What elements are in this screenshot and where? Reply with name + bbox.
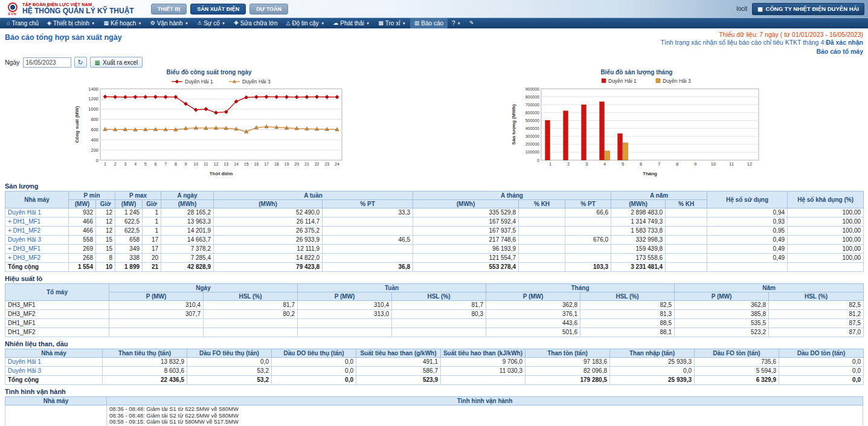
table-row: + DH1_MF246612622,5114 201,926 375,2167 … bbox=[5, 227, 864, 236]
plant-link[interactable]: Duyên Hải 3 bbox=[5, 367, 103, 376]
nav-item-pencil[interactable]: ✎ bbox=[465, 18, 478, 28]
col-header: Dầu FO tiêu thụ (tấn) bbox=[187, 349, 272, 358]
svg-text:8: 8 bbox=[676, 161, 678, 167]
nav-item-v-n-h-nh[interactable]: ⚙Vận hành▼ bbox=[146, 18, 193, 28]
plant-link[interactable]: Duyên Hải 1 bbox=[5, 208, 69, 218]
title-row: Báo cáo tổng hợp sản xuất ngày Thiếu dữ … bbox=[5, 31, 863, 56]
export-excel-button[interactable]: ▦ Xuất ra excel bbox=[90, 57, 143, 68]
nav-item--tin-c-y[interactable]: △Độ tin cậy▼ bbox=[281, 18, 329, 28]
emission-icon: ☁ bbox=[333, 21, 338, 26]
table-cell: 7 285,4 bbox=[161, 254, 214, 263]
table-cell: 268 bbox=[69, 254, 96, 263]
plant-link[interactable]: + DH3_MF2 bbox=[5, 254, 69, 263]
section-title-san-luong: Sản lượng bbox=[5, 182, 863, 190]
charts-row: Biểu đồ công suất trong ngày 02004006008… bbox=[5, 68, 863, 179]
table-cell: 553 278,4 bbox=[413, 263, 519, 272]
nav-item-trang-ch-[interactable]: ⌂Trang chủ bbox=[2, 18, 43, 28]
table-cell: 26 375,2 bbox=[214, 227, 323, 236]
table-cell: 310,4 bbox=[109, 301, 204, 310]
unit-report-link[interactable]: Báo cáo tổ máy bbox=[661, 48, 863, 56]
table-cell: 26 114,7 bbox=[214, 218, 323, 227]
nav-item-label: Sự cố bbox=[204, 20, 220, 27]
table-cell: 42 828,9 bbox=[161, 263, 214, 272]
date-input[interactable] bbox=[23, 57, 71, 68]
monthly-production-chart-title: Biểu đồ sản lượng tháng bbox=[510, 69, 764, 76]
plant-link[interactable]: Duyên Hải 3 bbox=[5, 236, 69, 245]
tab-du-toan[interactable]: DỰ TOÁN bbox=[249, 4, 288, 15]
svg-text:Duyên Hải 3: Duyên Hải 3 bbox=[242, 79, 271, 85]
plant-link[interactable]: + DH1_MF2 bbox=[5, 227, 69, 236]
table-cell: 81,3 bbox=[580, 310, 675, 319]
table-cell: 25 939,3 bbox=[610, 376, 695, 385]
nav-item-ph-t-th-i[interactable]: ☁Phát thải▼ bbox=[329, 18, 374, 28]
table-cell: 9 706,0 bbox=[441, 358, 526, 367]
svg-text:400000: 400000 bbox=[526, 126, 539, 131]
table-cell: 658 bbox=[115, 236, 143, 245]
svg-text:11: 11 bbox=[204, 162, 208, 166]
table-cell: 159 439,8 bbox=[611, 245, 666, 254]
table-cell: 100,00 bbox=[788, 218, 864, 227]
table-cell: 362,8 bbox=[675, 301, 769, 310]
table-cell bbox=[565, 218, 611, 227]
plant-link[interactable]: + DH3_MF1 bbox=[5, 245, 69, 254]
table-cell: 12 bbox=[96, 227, 115, 236]
table-cell: 87,0 bbox=[769, 328, 864, 337]
svg-text:8: 8 bbox=[175, 162, 177, 166]
nav-item-k-ho-ch[interactable]: ▦Kế hoạch▼ bbox=[100, 18, 146, 28]
svg-text:0: 0 bbox=[96, 158, 98, 163]
confirm-status-line: Tình trạng xác nhận số liệu báo cáo chỉ … bbox=[661, 39, 863, 47]
tab-san-xuat-dien[interactable]: SẢN XUẤT ĐIỆN bbox=[190, 4, 246, 15]
table-cell bbox=[666, 263, 707, 272]
reliability-icon: △ bbox=[286, 21, 290, 26]
table-cell: 310,4 bbox=[298, 301, 392, 310]
table-cell bbox=[666, 218, 707, 227]
table-cell: 0,0 bbox=[187, 358, 272, 367]
nav-item-tro-x-[interactable]: ▩Tro xỉ▼ bbox=[374, 18, 410, 28]
table-cell: 0,95 bbox=[707, 227, 788, 236]
table-cell: 1 bbox=[143, 227, 161, 236]
table-cell: 1 583 733,8 bbox=[611, 227, 666, 236]
table-cell: 12 111,9 bbox=[214, 245, 323, 254]
col-subheader: % PT bbox=[323, 200, 413, 208]
date-label: Ngày bbox=[5, 59, 20, 66]
nav-item-s-a-ch-a-l-n[interactable]: ✚Sửa chữa lớn bbox=[230, 18, 281, 28]
tab-thiet-bi[interactable]: THIẾT BỊ bbox=[151, 4, 187, 15]
col-subheader: HSL (%) bbox=[769, 292, 864, 301]
svg-text:2: 2 bbox=[567, 161, 570, 167]
nav-item-thi-t-b-ch-nh[interactable]: ◈Thiết bị chính▼ bbox=[43, 18, 99, 28]
chevron-down-icon: ▼ bbox=[457, 21, 461, 25]
nav-item--[interactable]: ?▼ bbox=[448, 18, 465, 28]
col-subheader: % KH bbox=[519, 200, 565, 208]
home-icon: ⌂ bbox=[7, 21, 10, 26]
svg-text:2: 2 bbox=[114, 162, 117, 166]
table-cell: 8 603,6 bbox=[103, 367, 187, 376]
table-cell: 66,6 bbox=[565, 208, 611, 218]
table-cell: 22 436,5 bbox=[103, 376, 187, 385]
status-block: Thiếu dữ liệu: 7 ngày ( từ 01/01/2023 - … bbox=[661, 31, 863, 56]
table-cell: 0,93 bbox=[707, 218, 788, 227]
svg-text:14: 14 bbox=[234, 162, 239, 166]
col-header: Dầu FO tồn (tấn) bbox=[695, 349, 779, 358]
refresh-button[interactable]: ↻ bbox=[74, 57, 87, 68]
plant-link[interactable]: + DH1_MF1 bbox=[5, 218, 69, 227]
col-header: Năm bbox=[675, 284, 864, 292]
table-cell bbox=[323, 218, 413, 227]
nav-item-s-c-[interactable]: ⚠Sự cố▼ bbox=[193, 18, 230, 28]
table-cell: 0,0 bbox=[272, 367, 356, 376]
table-row: + DH3_MF22688338207 285,414 822,0121 554… bbox=[5, 254, 864, 263]
main-nav: ⌂Trang chủ◈Thiết bị chính▼▦Kế hoạch▼⚙Vận… bbox=[0, 18, 868, 28]
table-cell: 676,0 bbox=[565, 236, 611, 245]
nav-item-b-o-c-o[interactable]: ▥Báo cáo bbox=[410, 18, 448, 28]
svg-text:Duyên Hải 1: Duyên Hải 1 bbox=[185, 79, 213, 85]
col-header: A tháng bbox=[413, 192, 611, 200]
table-cell: 20 bbox=[143, 254, 161, 263]
table-cell: 81,7 bbox=[204, 301, 298, 310]
evn-logo: EVN bbox=[0, 2, 21, 16]
col-subheader: P (MW) bbox=[298, 292, 392, 301]
company-button[interactable]: ▦ CÔNG TY NHIỆT ĐIỆN DUYÊN HẢI bbox=[752, 3, 864, 15]
svg-text:1000: 1000 bbox=[88, 106, 98, 112]
plant-link[interactable]: Duyên Hải 1 bbox=[5, 358, 103, 367]
table-cell bbox=[519, 254, 565, 263]
row-label: DH1_MF1 bbox=[5, 319, 109, 328]
table-cell: 5 594,3 bbox=[695, 367, 779, 376]
